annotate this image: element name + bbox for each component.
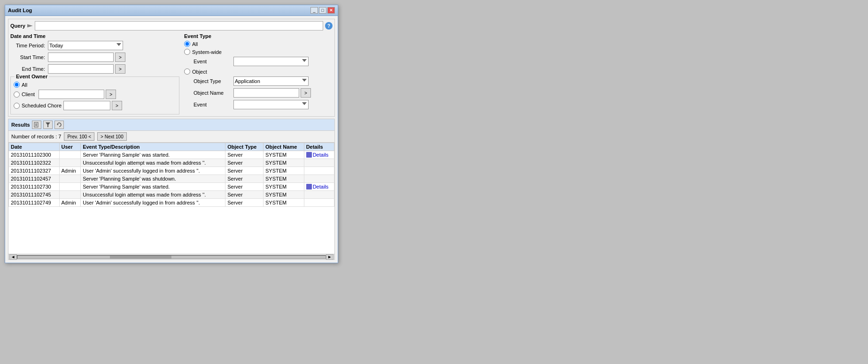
table-cell: 20131011102745 [9,191,60,199]
prev-button[interactable]: Prev. 100 < [64,132,94,141]
table-cell [59,183,81,191]
table-row[interactable]: 20131011102730Server 'Planning Sample' w… [9,183,334,191]
maximize-button[interactable]: □ [319,7,326,14]
query-expand-icon[interactable] [27,23,33,29]
export-button[interactable] [32,121,41,129]
col-details: Details [304,143,334,151]
table-cell [59,159,81,167]
table-cell [59,191,81,199]
event-type-all-row: All [184,41,333,47]
scroll-left-button[interactable]: ◂ [9,254,17,260]
table-cell[interactable]: Details [304,151,334,159]
date-time-title: Date and Time [10,33,179,39]
table-cell: Admin [59,167,81,175]
col-date: Date [9,143,60,151]
event-type-system-wide-label: System-wide [192,49,222,55]
table-cell: Unsuccessful login attempt was made from… [81,191,225,199]
end-time-input[interactable] [48,64,114,74]
event-owner-scheduled-label: Scheduled Chore [22,103,62,108]
help-button[interactable]: ? [325,22,333,30]
event-owner-client-radio[interactable] [14,91,20,98]
time-period-row: Time Period: Today Last 7 Days Last 30 D… [10,41,179,50]
table-row[interactable]: 20131011102300Server 'Planning Sample' w… [9,151,334,159]
table-cell: Server [225,151,264,159]
table-row[interactable]: 20131011102457Server 'Planning Sample' w… [9,175,334,183]
refresh-button[interactable] [54,121,64,129]
results-header: Results [8,119,334,131]
object-form: Object Type Application Server User Sche… [184,76,333,109]
title-bar-controls: _ □ ✕ [310,7,335,14]
scrollbar-thumb[interactable] [110,256,171,258]
start-time-picker-button[interactable]: > [115,53,125,62]
table-cell: SYSTEM [264,199,304,207]
event-type-all-radio[interactable] [184,41,190,47]
scheduled-chore-input[interactable] [63,101,110,110]
audit-log-window: Audit Log _ □ ✕ Query ? Date and Time Ti… [5,5,338,263]
scroll-right-button[interactable]: ▸ [326,254,333,260]
details-link[interactable]: Details [306,152,332,158]
query-label: Query [10,23,25,29]
table-row[interactable]: 20131011102745Unsuccessful login attempt… [9,191,334,199]
col-description: Event Type/Description [81,143,225,151]
object-type-select[interactable]: Application Server User Schedule [233,76,309,86]
object-type-row: Object Type Application Server User Sche… [194,76,333,86]
table-cell: Server 'Planning Sample' was shutdown. [81,175,225,183]
col-object-type: Object Type [225,143,264,151]
close-button[interactable]: ✕ [327,7,335,14]
scheduled-chore-picker-button[interactable]: > [112,101,122,110]
event-select[interactable] [233,57,309,66]
object-name-input[interactable] [233,88,299,98]
svg-marker-4 [46,122,50,127]
window-body: Query ? Date and Time Time Period: Today… [5,16,338,263]
start-time-label: Start Time: [10,54,48,60]
event-owner-all-radio[interactable] [14,82,20,88]
start-time-input[interactable] [48,53,114,62]
table-cell: Server [225,183,264,191]
records-bar: Number of records : 7 Prev. 100 < > Next… [8,131,334,143]
details-link[interactable]: Details [306,184,332,190]
col-user: User [59,143,81,151]
event-type-object-radio[interactable] [184,68,190,75]
table-cell: 20131011102730 [9,183,60,191]
event-owner-title: Event Owner [15,74,49,79]
table-cell: Server [225,191,264,199]
query-header: Query ? [10,21,333,30]
table-cell[interactable]: Details [304,183,334,191]
table-cell: Server [225,175,264,183]
table-cell: Unsuccessful login attempt was made from… [81,159,225,167]
object-name-picker-button[interactable]: > [301,88,311,98]
minimize-button[interactable]: _ [310,7,318,14]
object-name-row: Object Name > [194,88,333,98]
table-row[interactable]: 20131011102322Unsuccessful login attempt… [9,159,334,167]
table-cell: Server [225,199,264,207]
next-button[interactable]: > Next 100 [97,132,127,141]
event-form: Event [184,57,333,66]
event-owner-section: Event Owner All Client > [10,76,179,114]
col-object-name: Object Name [264,143,304,151]
time-period-select[interactable]: Today Last 7 Days Last 30 Days Custom [48,41,123,50]
object-event-select[interactable] [233,100,309,109]
table-cell: 20131011102327 [9,167,60,175]
table-row[interactable]: 20131011102327AdminUser 'Admin' successf… [9,167,334,175]
end-time-picker-button[interactable]: > [115,64,125,74]
table-cell: Server [225,159,264,167]
table-cell: Server 'Planning Sample' was started. [81,183,225,191]
query-input[interactable] [35,21,323,30]
table-cell [59,175,81,183]
scrollbar-track[interactable] [17,255,326,259]
event-type-system-wide-radio[interactable] [184,49,190,55]
results-section: Results [8,119,335,260]
table-cell: Server 'Planning Sample' was started. [81,151,225,159]
table-row[interactable]: 20131011102749AdminUser 'Admin' successf… [9,199,334,207]
event-type-object-row: Object [184,68,333,75]
filter-button[interactable] [43,121,53,129]
client-input[interactable] [39,90,104,99]
table-cell [304,191,334,199]
event-type-title: Event Type [184,33,333,39]
title-bar: Audit Log _ □ ✕ [5,5,338,16]
horizontal-scrollbar[interactable]: ◂ ▸ [8,254,334,259]
table-cell: 20131011102749 [9,199,60,207]
client-picker-button[interactable]: > [106,90,116,99]
event-owner-scheduled-radio[interactable] [14,103,20,109]
start-time-row: Start Time: > [10,53,179,62]
